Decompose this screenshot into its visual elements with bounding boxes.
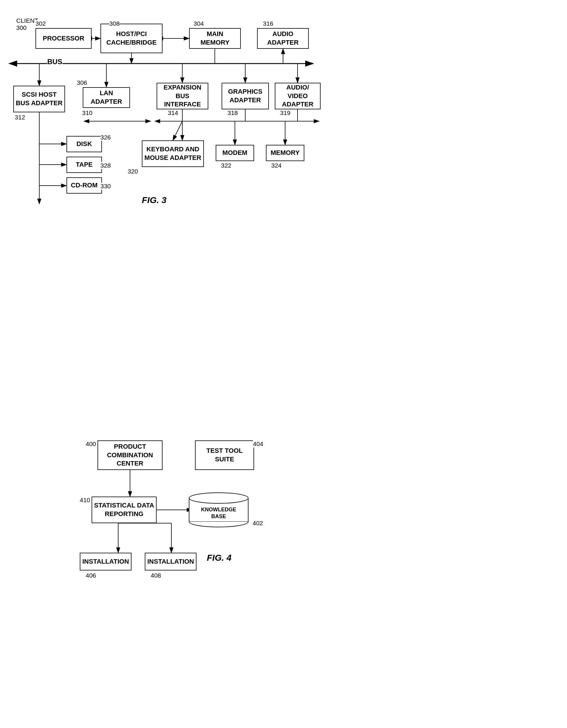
box-memory: MEMORY: [266, 145, 304, 161]
box-installation2: INSTALLATION: [145, 553, 197, 570]
diagram-container: CLIENT300 PROCESSOR 302 HOST/PCICACHE/BR…: [0, 0, 567, 728]
box-installation1: INSTALLATION: [80, 553, 132, 570]
box-modem: MODEM: [216, 145, 254, 161]
label-304: 304: [194, 20, 204, 27]
label-302: 302: [35, 20, 46, 27]
box-scsi-host: SCSI HOSTBUS ADAPTER: [13, 86, 65, 112]
label-402: 402: [253, 520, 263, 527]
box-expansion-bus: EXPANSIONBUSINTERFACE: [157, 83, 208, 109]
label-320: 320: [128, 168, 138, 175]
label-408: 408: [151, 572, 161, 579]
box-host-pci: HOST/PCICACHE/BRIDGE: [101, 24, 163, 53]
svg-text:KNOWLEDGE: KNOWLEDGE: [201, 507, 237, 513]
box-disk: DISK: [67, 136, 102, 152]
box-statistical-data: STATISTICAL DATAREPORTING: [92, 497, 157, 523]
label-406: 406: [86, 572, 96, 579]
label-404: 404: [253, 440, 263, 447]
label-322: 322: [221, 162, 231, 169]
box-test-tool-suite: TEST TOOLSUITE: [195, 440, 254, 470]
box-processor: PROCESSOR: [35, 28, 92, 49]
box-kbd-mouse: KEYBOARD ANDMOUSE ADAPTER: [142, 140, 204, 167]
label-308: 308: [109, 20, 120, 27]
box-tape: TAPE: [67, 157, 102, 173]
box-graphics-adapter: GRAPHICSADAPTER: [222, 83, 269, 109]
label-328: 328: [101, 162, 111, 169]
label-316: 316: [263, 20, 273, 27]
label-312: 312: [15, 114, 25, 121]
label-326: 326: [101, 134, 111, 141]
label-306: 306: [77, 79, 87, 86]
box-audio-video-adapter: AUDIO/VIDEOADAPTER: [275, 83, 320, 109]
client-label: CLIENT300: [16, 17, 38, 31]
label-330: 330: [101, 183, 111, 190]
label-310: 310: [82, 109, 93, 116]
svg-point-34: [189, 493, 248, 503]
svg-line-22: [173, 121, 182, 140]
box-lan-adapter: LANADAPTER: [83, 87, 130, 108]
box-cd-rom: CD-ROM: [67, 177, 102, 194]
box-prod-combo: PRODUCTCOMBINATIONCENTER: [98, 440, 163, 470]
fig4-caption: FIG. 4: [207, 553, 231, 563]
box-main-memory: MAINMEMORY: [189, 28, 241, 49]
cylinder-knowledge-base: KNOWLEDGE BASE: [188, 492, 253, 528]
label-318: 318: [228, 109, 238, 116]
label-319: 319: [280, 109, 290, 116]
box-audio-adapter: AUDIOADAPTER: [257, 28, 309, 49]
label-400: 400: [86, 440, 96, 447]
fig3-caption: FIG. 3: [142, 195, 166, 205]
label-410: 410: [80, 497, 90, 504]
label-324: 324: [271, 162, 282, 169]
svg-text:BASE: BASE: [211, 513, 226, 519]
bus-label: BUS: [47, 58, 62, 66]
label-314: 314: [168, 109, 178, 116]
